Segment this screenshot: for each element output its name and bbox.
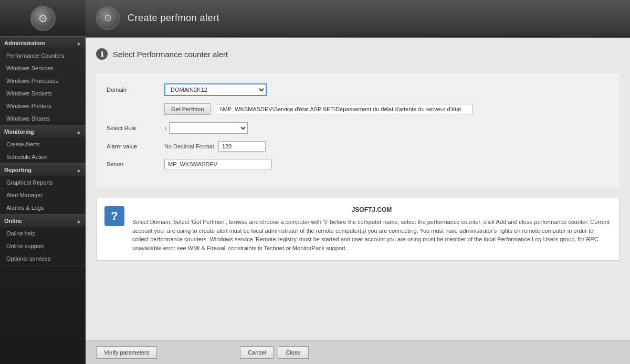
sidebar-item-windows-services[interactable]: Windows Services — [0, 62, 86, 74]
rule-arrow-icon[interactable]: › — [164, 124, 167, 132]
server-row: Server — [107, 159, 609, 169]
help-text: Select Domain, Select 'Get Perfmon', bro… — [132, 218, 611, 252]
verify-parameters-button[interactable]: Verify parameters — [96, 346, 157, 359]
sidebar-item-windows-printers[interactable]: Windows Printers — [0, 100, 86, 112]
page-header: ⊙ Create perfmon alert — [86, 0, 630, 37]
alarm-format-label: No Decimal Format — [164, 143, 214, 149]
select-rule-row: Select Rule › — [107, 122, 609, 134]
sidebar-section-reporting: Reporting ▲ Graphical Reports Alert Mana… — [0, 164, 86, 215]
chevron-up-icon: ▲ — [76, 218, 81, 224]
sidebar-item-online-help[interactable]: Online help — [0, 227, 86, 240]
help-question-icon: ? — [104, 206, 124, 226]
sidebar-item-schedule-action[interactable]: Schedule Action — [0, 151, 86, 163]
help-box: ? JSOFTJ.COM Select Domain, Select 'Get … — [96, 198, 620, 261]
domain-label: Domain — [107, 87, 159, 93]
sidebar-item-create-alerts[interactable]: Create Alerts — [0, 138, 86, 151]
sidebar-logo-icon: ⊙ — [30, 6, 56, 31]
get-perfmon-button[interactable]: Get Perfmon — [164, 103, 211, 115]
section-title: Select Performance counter alert — [113, 50, 228, 59]
alarm-row-inner: No Decimal Format — [164, 141, 266, 152]
sidebar-item-online-support[interactable]: Online support — [0, 240, 86, 252]
chevron-up-icon: ▲ — [76, 167, 81, 173]
sidebar-section-header-reporting[interactable]: Reporting ▲ — [0, 164, 86, 176]
perfmon-path-input[interactable] — [216, 104, 473, 114]
select-rule-label: Select Rule — [107, 125, 159, 131]
content-area: ℹ Select Performance counter alert Domai… — [86, 38, 630, 340]
cancel-button[interactable]: Cancel — [240, 346, 274, 359]
sidebar-section-administration: Administration ▲ Performance Counters Wi… — [0, 37, 86, 125]
alarm-number-input[interactable] — [218, 141, 266, 152]
sidebar-item-windows-sockets[interactable]: Windows Sockets — [0, 87, 86, 100]
sidebar-section-header-administration[interactable]: Administration ▲ — [0, 37, 86, 49]
page-footer: Verify parameters Cancel Close — [86, 340, 630, 364]
sidebar-item-alert-manager[interactable]: Alert Manager — [0, 189, 86, 201]
sidebar: ⊙ Administration ▲ Performance Counters … — [0, 0, 86, 364]
main-area: ⊙ Create perfmon alert ℹ Select Performa… — [86, 0, 630, 364]
sidebar-item-windows-shares[interactable]: Windows Shares — [0, 112, 86, 125]
chevron-up-icon: ▲ — [76, 40, 81, 46]
sidebar-section-header-online[interactable]: Online ▲ — [0, 215, 86, 227]
get-perfmon-row: Get Perfmon — [107, 103, 609, 115]
sidebar-item-optional-services[interactable]: Optional services — [0, 252, 86, 265]
sidebar-logo: ⊙ — [0, 0, 86, 37]
sidebar-item-windows-processes[interactable]: Windows Processes — [0, 74, 86, 87]
rule-select[interactable] — [169, 122, 248, 134]
form-area: Domain DOMAIN2K12 Get Perfmon Select Rul… — [96, 73, 620, 187]
alarm-value-row: Alarm value No Decimal Format — [107, 141, 609, 152]
domain-select[interactable]: DOMAIN2K12 — [164, 83, 267, 96]
domain-row: Domain DOMAIN2K12 — [107, 83, 609, 96]
sidebar-item-graphical-reports[interactable]: Graphical Reports — [0, 176, 86, 189]
page-title: Create perfmon alert — [128, 13, 219, 24]
server-label: Server — [107, 161, 159, 167]
help-title: JSOFTJ.COM — [132, 206, 611, 213]
sidebar-item-performance-counters[interactable]: Performance Counters — [0, 49, 86, 62]
sidebar-item-alarms-logs[interactable]: Alarms & Logs — [0, 201, 86, 214]
chevron-up-icon: ▲ — [76, 129, 81, 135]
sidebar-section-header-monitoring[interactable]: Monitoring ▲ — [0, 125, 86, 138]
info-icon: ℹ — [96, 48, 108, 60]
server-input[interactable] — [164, 159, 272, 169]
close-button[interactable]: Close — [278, 346, 308, 359]
header-logo-icon: ⊙ — [96, 6, 120, 30]
sidebar-section-online: Online ▲ Online help Online support Opti… — [0, 215, 86, 265]
sidebar-section-monitoring: Monitoring ▲ Create Alerts Schedule Acti… — [0, 125, 86, 164]
help-content: JSOFTJ.COM Select Domain, Select 'Get Pe… — [132, 206, 611, 252]
rule-select-wrapper: › — [164, 122, 248, 134]
alarm-value-label: Alarm value — [107, 143, 159, 149]
section-header: ℹ Select Performance counter alert — [96, 48, 620, 60]
